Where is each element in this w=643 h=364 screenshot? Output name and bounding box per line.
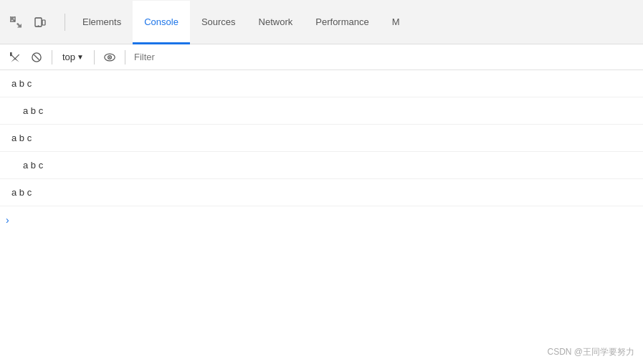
console-row-5: a b c	[0, 179, 643, 206]
console-row-2: a b c	[0, 97, 643, 125]
console-prompt-row: ›	[0, 206, 643, 234]
dropdown-arrow-icon: ▼	[77, 53, 84, 61]
tab-bar: Elements Console Sources Network Perform…	[0, 0, 643, 44]
console-row-4: a b c	[0, 152, 643, 179]
svg-marker-4	[11, 54, 19, 62]
svg-point-10	[109, 57, 110, 58]
tab-network[interactable]: Network	[247, 1, 305, 44]
inspect-element-button[interactable]	[6, 12, 26, 32]
console-content: a b c a b c a b c a b c a b c › CSDN @王同…	[0, 70, 643, 364]
tab-more[interactable]: M	[381, 1, 411, 44]
tab-elements[interactable]: Elements	[71, 1, 133, 44]
eye-icon-button[interactable]	[100, 48, 119, 67]
svg-point-3	[38, 25, 39, 27]
svg-rect-2	[42, 20, 45, 25]
tab-divider	[65, 14, 65, 31]
console-row-3: a b c	[0, 125, 643, 152]
svg-line-7	[34, 54, 39, 59]
tab-icon-group	[6, 12, 50, 32]
clear-console-button[interactable]	[6, 48, 24, 67]
watermark: CSDN @王同学要努力	[547, 346, 634, 358]
svg-rect-5	[10, 52, 12, 56]
tab-sources[interactable]: Sources	[190, 1, 247, 44]
context-selector[interactable]: top ▼	[58, 50, 88, 64]
prompt-chevron-icon[interactable]: ›	[6, 214, 9, 226]
console-toolbar: top ▼	[0, 44, 643, 70]
device-toggle-button[interactable]	[30, 12, 50, 32]
filter-input[interactable]	[131, 49, 637, 66]
stop-recording-button[interactable]	[27, 48, 46, 67]
toolbar-divider-2	[94, 50, 95, 64]
tab-performance[interactable]: Performance	[304, 1, 380, 44]
toolbar-divider-1	[52, 50, 52, 64]
console-row-1: a b c	[0, 70, 643, 97]
tab-console[interactable]: Console	[133, 1, 190, 44]
toolbar-divider-3	[125, 50, 125, 64]
tabs: Elements Console Sources Network Perform…	[71, 0, 411, 44]
